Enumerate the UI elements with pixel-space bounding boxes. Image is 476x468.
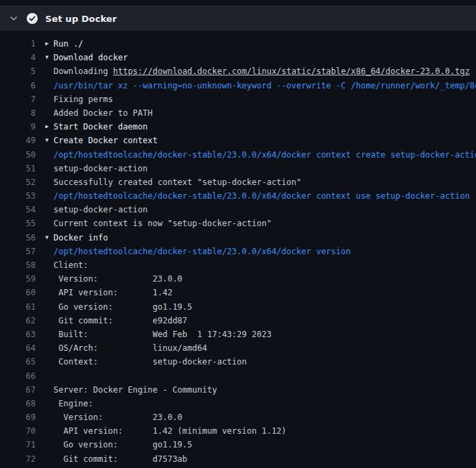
line-number[interactable]: 52 [0, 175, 36, 189]
log-row: 69 Version: 23.0.0 [0, 410, 476, 424]
group-title[interactable]: Docker info [53, 233, 108, 243]
line-number[interactable]: 55 [0, 217, 36, 230]
line-number[interactable]: 69 [0, 410, 36, 424]
line-number[interactable]: 65 [0, 355, 36, 369]
log-text: setup-docker-action [53, 162, 147, 175]
log-text: Docker info [53, 231, 108, 245]
arrow-spacer [45, 397, 53, 410]
group-title[interactable]: Download docker [53, 53, 128, 62]
line-number[interactable]: 50 [0, 148, 36, 162]
group-title[interactable]: Create Docker context [53, 136, 158, 145]
group-collapsed-icon[interactable]: ▶ [45, 37, 53, 51]
line-number[interactable]: 60 [0, 286, 36, 299]
log-row: 51setup-docker-action [0, 162, 476, 175]
line-number[interactable]: 9 [0, 120, 36, 134]
log-row: 59 Version: 23.0.0 [0, 272, 476, 286]
log-row: 67Server: Docker Engine - Community [0, 383, 476, 397]
log-text: Current context is now "setup-docker-act… [53, 217, 272, 230]
arrow-spacer [45, 162, 53, 175]
line-number[interactable]: 53 [0, 189, 36, 203]
log-row: 58Client: [0, 258, 476, 272]
line-number[interactable]: 4 [0, 51, 36, 64]
line-number[interactable]: 8 [0, 106, 36, 120]
log-row: 49▼Create Docker context [0, 134, 476, 147]
arrow-spacer [45, 148, 53, 162]
line-number[interactable]: 54 [0, 203, 36, 217]
log-row: 55Current context is now "setup-docker-a… [0, 217, 476, 230]
line-number[interactable]: 61 [0, 300, 36, 314]
line-number[interactable]: 70 [0, 424, 36, 438]
arrow-spacer [45, 203, 53, 217]
log-text: Go version: go1.19.5 [53, 300, 192, 314]
line-number[interactable]: 5 [0, 64, 36, 78]
log-row: 60 API version: 1.42 [0, 286, 476, 299]
line-number[interactable]: 64 [0, 341, 36, 355]
log-text-segment: Client: [53, 260, 88, 270]
log-text: OS/Arch: linux/amd64 [53, 341, 207, 355]
log-text-segment: Context: setup-docker-action [53, 357, 247, 367]
log-text: Run ./ [53, 37, 83, 51]
log-text: Git commit: d7573ab [53, 452, 187, 466]
log-text-segment: Version: 23.0.0 [53, 412, 182, 422]
arrow-spacer [45, 217, 53, 230]
line-number[interactable]: 62 [0, 314, 36, 328]
log-text-segment: setup-docker-action [53, 205, 147, 214]
group-title[interactable]: Start Docker daemon [53, 122, 147, 132]
log-text: Server: Docker Engine - Community [53, 383, 217, 397]
log-text: Version: 23.0.0 [53, 410, 182, 424]
line-number[interactable]: 63 [0, 328, 36, 341]
arrow-spacer [45, 424, 53, 438]
line-number[interactable]: 49 [0, 134, 36, 147]
log-row: 61 Go version: go1.19.5 [0, 300, 476, 314]
group-expanded-icon[interactable]: ▼ [45, 51, 53, 64]
step-header[interactable]: Set up Docker [0, 5, 476, 31]
check-circle-icon [27, 13, 38, 24]
log-row: 8Added Docker to PATH [0, 106, 476, 120]
log-row: 54setup-docker-action [0, 203, 476, 217]
group-expanded-icon[interactable]: ▼ [45, 231, 53, 245]
log-row: 50/opt/hostedtoolcache/docker-stable/23.… [0, 148, 476, 162]
line-number[interactable]: 67 [0, 383, 36, 397]
log-command-text: /opt/hostedtoolcache/docker-stable/23.0.… [53, 150, 476, 160]
line-number[interactable]: 6 [0, 79, 36, 93]
log-row: 64 OS/Arch: linux/amd64 [0, 341, 476, 355]
page-background-strip [0, 0, 476, 5]
log-text-segment: Added Docker to PATH [53, 108, 153, 118]
log-row: 71 Go version: go1.19.5 [0, 438, 476, 452]
line-number[interactable]: 51 [0, 162, 36, 175]
line-number[interactable]: 68 [0, 397, 36, 410]
step-title: Set up Docker [45, 14, 117, 24]
log-link[interactable]: https://download.docker.com/linux/static… [113, 66, 470, 76]
log-scroll-area[interactable]: 1▶Run ./4▼Download docker5Downloading ht… [0, 31, 476, 466]
line-number[interactable]: 56 [0, 231, 36, 245]
line-number[interactable]: 66 [0, 369, 36, 383]
group-title[interactable]: Run ./ [53, 39, 83, 49]
group-collapsed-icon[interactable]: ▶ [45, 120, 53, 134]
log-text: /opt/hostedtoolcache/docker-stable/23.0.… [53, 148, 476, 162]
arrow-spacer [45, 452, 53, 466]
log-row: 57/opt/hostedtoolcache/docker-stable/23.… [0, 245, 476, 258]
log-text-segment: Server: Docker Engine - Community [53, 385, 217, 395]
line-number[interactable]: 72 [0, 452, 36, 466]
log-row: 72 Git commit: d7573ab [0, 452, 476, 466]
arrow-spacer [45, 355, 53, 369]
log-text-segment: OS/Arch: linux/amd64 [53, 343, 207, 353]
arrow-spacer [45, 175, 53, 189]
line-number[interactable]: 59 [0, 272, 36, 286]
line-number[interactable]: 7 [0, 93, 36, 106]
log-row: 6/usr/bin/tar xz --warning=no-unknown-ke… [0, 79, 476, 93]
line-number[interactable]: 58 [0, 258, 36, 272]
chevron-down-icon[interactable] [8, 13, 19, 24]
arrow-spacer [45, 383, 53, 397]
log-text-segment: setup-docker-action [53, 164, 147, 173]
log-text: Engine: [53, 397, 93, 410]
line-number[interactable]: 71 [0, 438, 36, 452]
arrow-spacer [45, 258, 53, 272]
log-text: Added Docker to PATH [53, 106, 153, 120]
line-number[interactable]: 1 [0, 37, 36, 51]
log-text-segment: Current context is now "setup-docker-act… [53, 219, 272, 228]
line-number[interactable]: 57 [0, 245, 36, 258]
group-expanded-icon[interactable]: ▼ [45, 134, 53, 147]
log-text: Download docker [53, 51, 128, 64]
log-text: Version: 23.0.0 [53, 272, 182, 286]
